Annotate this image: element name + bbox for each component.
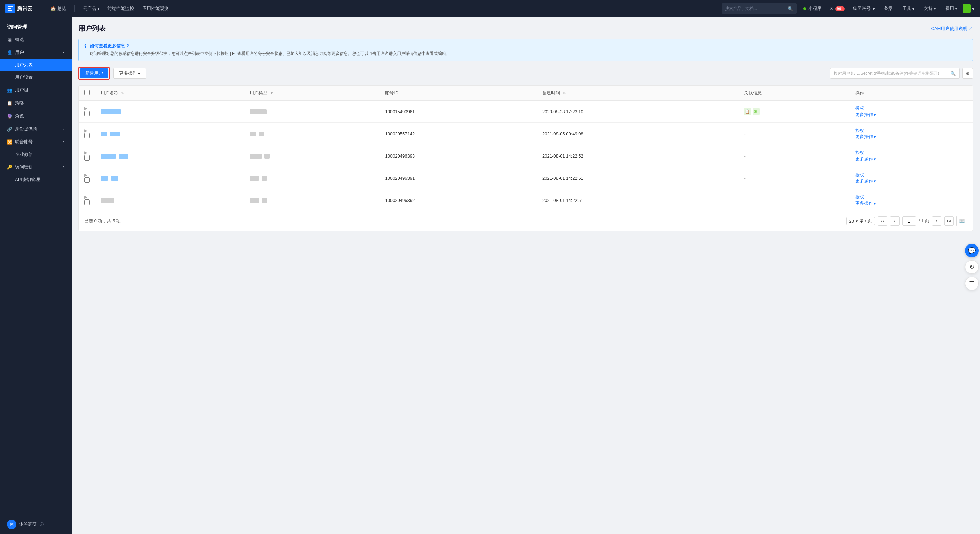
table-settings-button[interactable]: ⚙ (962, 68, 973, 79)
td-expander: ▶ (79, 189, 95, 211)
per-page-selector[interactable]: 20 ▾ 条 / 页 (846, 217, 875, 225)
nav-record[interactable]: 备案 (880, 0, 897, 17)
nav-tools[interactable]: 工具 ▾ (898, 0, 918, 17)
cam-help-link[interactable]: CAM用户使用说明 ↗ (931, 25, 974, 32)
nav-frontend-monitor[interactable]: 前端性能监控 (103, 0, 138, 17)
prev-page-btn[interactable]: ‹ (890, 216, 899, 226)
sidebar-item-api-key[interactable]: API密钥管理 (0, 173, 72, 186)
refresh-btn[interactable]: ↻ (965, 260, 978, 274)
nav-support[interactable]: 支持 ▾ (920, 0, 940, 17)
nav-cloud-products[interactable]: 云产品 ▾ (79, 0, 103, 17)
menu-btn[interactable]: ☰ (965, 277, 978, 290)
table-row: ▶ 100020496391 2021-08-01 14:22:51 (79, 167, 973, 189)
more-actions-link[interactable]: 更多操作 ▾ (855, 178, 967, 184)
more-actions-link[interactable]: 更多操作 ▾ (855, 200, 967, 206)
row-expander-icon[interactable]: ▶ (84, 173, 87, 177)
last-page-btn[interactable]: ⏭ (944, 216, 954, 226)
sidebar-sub-label: 用户设置 (15, 74, 33, 81)
first-page-btn[interactable]: ⏮ (878, 216, 887, 226)
sort-icon[interactable]: ⇅ (121, 91, 124, 95)
td-account-id: 100020496391 (380, 167, 537, 189)
more-actions-link[interactable]: 更多操作 ▾ (855, 134, 967, 140)
row-expander-icon[interactable]: ▶ (84, 150, 87, 155)
more-actions-link[interactable]: 更多操作 ▾ (855, 111, 967, 118)
chevron-down-icon: ▾ (138, 71, 140, 76)
sidebar-bottom-feedback[interactable]: 体 体验调研 ⓘ (0, 515, 72, 534)
sort-icon[interactable]: ⇅ (563, 91, 566, 95)
sidebar-group-access-key[interactable]: 🔑 访问密钥 ∧ (0, 161, 72, 173)
role-icon: 🔮 (7, 114, 12, 119)
row-checkbox[interactable] (84, 133, 90, 138)
search-icon[interactable]: 🔍 (950, 71, 956, 76)
total-pages: / 1 页 (919, 218, 929, 224)
auth-link[interactable]: 授权 (855, 172, 864, 177)
sidebar-group-federated[interactable]: 🔀 联合账号 ∧ (0, 135, 72, 148)
top-navigation: 腾讯云 🏠 总览 云产品 ▾ 前端性能监控 应用性能观测 🔍 小程序 ✉ 99+… (0, 0, 980, 17)
sidebar-group-user[interactable]: 👤 用户 ∧ (0, 46, 72, 59)
nav-fee[interactable]: 费用 ▾ (941, 0, 961, 17)
bell-icon: ✉ (830, 6, 834, 11)
sidebar-item-label: 角色 (15, 113, 24, 119)
sidebar-group-idp[interactable]: 🔗 身份提供商 ∨ (0, 122, 72, 135)
notification-btn[interactable]: ✉ 99+ (826, 0, 848, 17)
more-actions-button[interactable]: 更多操作 ▾ (113, 68, 146, 79)
overview-icon: ▦ (7, 37, 12, 42)
td-account-id: 100015490961 (380, 100, 537, 123)
td-expander: ▶ (79, 167, 95, 189)
filter-icon[interactable]: ▼ (270, 91, 274, 95)
row-checkbox[interactable] (84, 111, 90, 116)
global-search[interactable]: 🔍 (722, 3, 797, 14)
toolbar-right: 🔍 ⚙ (830, 68, 973, 79)
select-all-checkbox[interactable] (84, 90, 90, 95)
federated-icon: 🔀 (7, 140, 12, 145)
sidebar-item-role[interactable]: 🔮 角色 (0, 110, 72, 122)
global-search-input[interactable] (725, 6, 786, 11)
auth-link[interactable]: 授权 (855, 150, 864, 155)
row-checkbox[interactable] (84, 155, 90, 161)
row-expander-icon[interactable]: ▶ (84, 195, 87, 199)
chevron-down-icon: ▾ (873, 112, 876, 117)
sidebar-item-policy[interactable]: 📋 策略 (0, 97, 72, 110)
td-account-id: 100020496392 (380, 189, 537, 211)
user-avatar[interactable] (963, 5, 971, 13)
auth-link[interactable]: 授权 (855, 128, 864, 133)
nav-app-performance[interactable]: 应用性能观测 (138, 0, 173, 17)
chat-support-btn[interactable]: 💬 (965, 244, 978, 257)
sidebar-item-user-list[interactable]: 用户列表 (0, 59, 72, 71)
page-number-input[interactable] (902, 216, 916, 226)
usertype-blurred (250, 176, 259, 181)
row-expander-icon[interactable]: ▶ (84, 106, 87, 111)
new-user-button[interactable]: 新建用户 (80, 68, 108, 78)
user-search-input[interactable] (834, 71, 948, 76)
auth-link[interactable]: 授权 (855, 106, 864, 111)
chevron-up-icon: ∧ (62, 140, 65, 144)
sidebar-item-wecom[interactable]: 企业微信 (0, 148, 72, 161)
mini-program-btn[interactable]: 小程序 (800, 0, 825, 17)
sidebar-item-overview[interactable]: ▦ 概览 (0, 33, 72, 46)
assoc-info: 📋 ✉ (744, 108, 844, 115)
row-checkbox[interactable] (84, 199, 90, 205)
nav-home[interactable]: 🏠 总览 (46, 0, 70, 17)
dash: - (744, 198, 745, 203)
account-btn[interactable]: 集团账号 ▾ (850, 0, 878, 17)
td-usertype (244, 100, 380, 123)
td-created-time: 2020-08-28 17:23:10 (537, 100, 738, 123)
sidebar-group-label: 访问密钥 (15, 164, 33, 170)
sidebar-item-usergroup[interactable]: 👥 用户组 (0, 84, 72, 97)
row-checkbox[interactable] (84, 177, 90, 183)
main-layout: 访问管理 ▦ 概览 👤 用户 ∧ 用户列表 用户设置 👥 用户组 📋 策略 🔮 … (0, 17, 980, 534)
td-actions: 授权 更多操作 ▾ (850, 145, 973, 167)
auth-link[interactable]: 授权 (855, 194, 864, 199)
sidebar-item-user-settings[interactable]: 用户设置 (0, 71, 72, 84)
row-expander-icon[interactable]: ▶ (84, 128, 87, 133)
sidebar-group-label: 用户 (15, 49, 24, 56)
group-icon: 📋 (744, 108, 751, 115)
user-search-box[interactable]: 🔍 (830, 68, 959, 79)
logo[interactable]: 腾讯云 (5, 4, 32, 13)
next-page-btn[interactable]: › (932, 216, 942, 226)
more-actions-link[interactable]: 更多操作 ▾ (855, 156, 967, 162)
gear-icon: ⚙ (966, 71, 970, 76)
username-blurred (100, 132, 107, 137)
help-book-btn[interactable]: 📖 (956, 216, 967, 226)
page-title: 用户列表 (78, 24, 106, 33)
